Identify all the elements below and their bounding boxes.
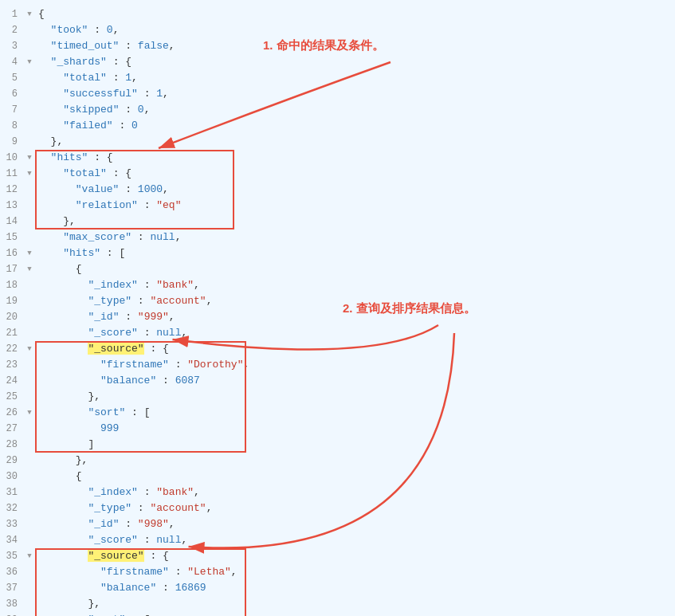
line-content: "value" : 1000, bbox=[35, 182, 675, 198]
fold-indicator[interactable]: ▼ bbox=[24, 54, 35, 70]
line-content: }, bbox=[35, 214, 675, 230]
line-number: 25 bbox=[0, 389, 24, 405]
line-content: "_score" : null, bbox=[35, 532, 675, 548]
code-line-16: 16▼ "hits" : [ bbox=[0, 245, 675, 261]
code-line-5: 5 "total" : 1, bbox=[0, 70, 675, 86]
code-line-37: 37 "balance" : 16869 bbox=[0, 580, 675, 596]
code-line-33: 33 "_id" : "998", bbox=[0, 516, 675, 532]
line-content: "balance" : 16869 bbox=[35, 580, 675, 596]
code-line-8: 8 "failed" : 0 bbox=[0, 118, 675, 134]
line-number: 19 bbox=[0, 293, 24, 309]
line-number: 34 bbox=[0, 532, 24, 548]
line-content: "balance" : 6087 bbox=[35, 373, 675, 389]
code-line-32: 32 "_type" : "account", bbox=[0, 500, 675, 516]
line-number: 29 bbox=[0, 453, 24, 469]
line-content: "_index" : "bank", bbox=[35, 277, 675, 293]
line-content: }, bbox=[35, 134, 675, 150]
line-number: 8 bbox=[0, 118, 24, 134]
code-line-11: 11▼ "total" : { bbox=[0, 166, 675, 182]
line-number: 20 bbox=[0, 309, 24, 325]
line-number: 5 bbox=[0, 70, 24, 86]
code-line-20: 20 "_id" : "999", bbox=[0, 309, 675, 325]
line-content: "firstname" : "Letha", bbox=[35, 564, 675, 580]
code-viewer: 1▼{2 "took" : 0,3 "timed_out" : false,4▼… bbox=[0, 0, 675, 616]
code-line-7: 7 "skipped" : 0, bbox=[0, 102, 675, 118]
code-line-15: 15 "max_score" : null, bbox=[0, 230, 675, 245]
line-number: 22 bbox=[0, 341, 24, 357]
line-content: "firstname" : "Dorothy", bbox=[35, 357, 675, 373]
line-number: 39 bbox=[0, 612, 24, 616]
line-content: "failed" : 0 bbox=[35, 118, 675, 134]
line-number: 11 bbox=[0, 166, 24, 182]
line-content: "_source" : { bbox=[35, 341, 675, 357]
line-content: }, bbox=[35, 389, 675, 405]
line-content: "successful" : 1, bbox=[35, 86, 675, 102]
line-number: 28 bbox=[0, 437, 24, 453]
annotation-2: 2. 查询及排序结果信息。 bbox=[343, 301, 476, 316]
line-content: "_shards" : { bbox=[35, 54, 675, 70]
line-number: 26 bbox=[0, 405, 24, 421]
line-content: }, bbox=[35, 453, 675, 469]
code-line-28: 28 ] bbox=[0, 437, 675, 453]
line-number: 12 bbox=[0, 182, 24, 198]
line-number: 16 bbox=[0, 245, 24, 261]
fold-indicator[interactable]: ▼ bbox=[24, 405, 35, 421]
fold-indicator[interactable]: ▼ bbox=[24, 166, 35, 182]
code-line-35: 35▼ "_source" : { bbox=[0, 548, 675, 564]
line-number: 2 bbox=[0, 22, 24, 38]
code-line-36: 36 "firstname" : "Letha", bbox=[0, 564, 675, 580]
line-number: 38 bbox=[0, 596, 24, 612]
line-content: { bbox=[35, 261, 675, 277]
line-number: 23 bbox=[0, 357, 24, 373]
code-line-19: 19 "_type" : "account", bbox=[0, 293, 675, 309]
line-number: 37 bbox=[0, 580, 24, 596]
line-content: "sort" : [ bbox=[35, 405, 675, 421]
line-content: { bbox=[35, 469, 675, 485]
line-content: 999 bbox=[35, 421, 675, 437]
line-number: 6 bbox=[0, 86, 24, 102]
fold-indicator[interactable]: ▼ bbox=[24, 261, 35, 277]
code-line-12: 12 "value" : 1000, bbox=[0, 182, 675, 198]
line-number: 1 bbox=[0, 6, 24, 22]
line-content: }, bbox=[35, 596, 675, 612]
line-content: "max_score" : null, bbox=[35, 230, 675, 245]
line-number: 15 bbox=[0, 230, 24, 245]
code-line-30: 30 { bbox=[0, 469, 675, 485]
fold-indicator[interactable]: ▼ bbox=[24, 548, 35, 564]
fold-indicator[interactable]: ▼ bbox=[24, 612, 35, 616]
code-line-23: 23 "firstname" : "Dorothy", bbox=[0, 357, 675, 373]
line-content: ] bbox=[35, 437, 675, 453]
fold-indicator[interactable]: ▼ bbox=[24, 150, 35, 166]
line-content: "_index" : "bank", bbox=[35, 485, 675, 500]
code-line-31: 31 "_index" : "bank", bbox=[0, 485, 675, 500]
line-number: 17 bbox=[0, 261, 24, 277]
line-number: 7 bbox=[0, 102, 24, 118]
code-line-29: 29 }, bbox=[0, 453, 675, 469]
fold-indicator[interactable]: ▼ bbox=[24, 245, 35, 261]
fold-indicator[interactable]: ▼ bbox=[24, 6, 35, 22]
line-number: 30 bbox=[0, 469, 24, 485]
line-number: 31 bbox=[0, 485, 24, 500]
code-line-2: 2 "took" : 0, bbox=[0, 22, 675, 38]
line-number: 10 bbox=[0, 150, 24, 166]
line-number: 4 bbox=[0, 54, 24, 70]
line-content: "total" : 1, bbox=[35, 70, 675, 86]
code-line-17: 17▼ { bbox=[0, 261, 675, 277]
code-line-1: 1▼{ bbox=[0, 6, 675, 22]
code-line-39: 39▼ "sort" : [ bbox=[0, 612, 675, 616]
fold-indicator[interactable]: ▼ bbox=[24, 341, 35, 357]
line-number: 13 bbox=[0, 198, 24, 214]
line-content: "took" : 0, bbox=[35, 22, 675, 38]
line-content: "skipped" : 0, bbox=[35, 102, 675, 118]
code-line-10: 10▼ "hits" : { bbox=[0, 150, 675, 166]
line-content: "hits" : { bbox=[35, 150, 675, 166]
line-number: 35 bbox=[0, 548, 24, 564]
code-line-25: 25 }, bbox=[0, 389, 675, 405]
line-content: "_source" : { bbox=[35, 548, 675, 564]
code-line-9: 9 }, bbox=[0, 134, 675, 150]
line-number: 32 bbox=[0, 500, 24, 516]
code-line-13: 13 "relation" : "eq" bbox=[0, 198, 675, 214]
line-content: "sort" : [ bbox=[35, 612, 675, 616]
code-line-38: 38 }, bbox=[0, 596, 675, 612]
line-content: "_score" : null, bbox=[35, 325, 675, 341]
